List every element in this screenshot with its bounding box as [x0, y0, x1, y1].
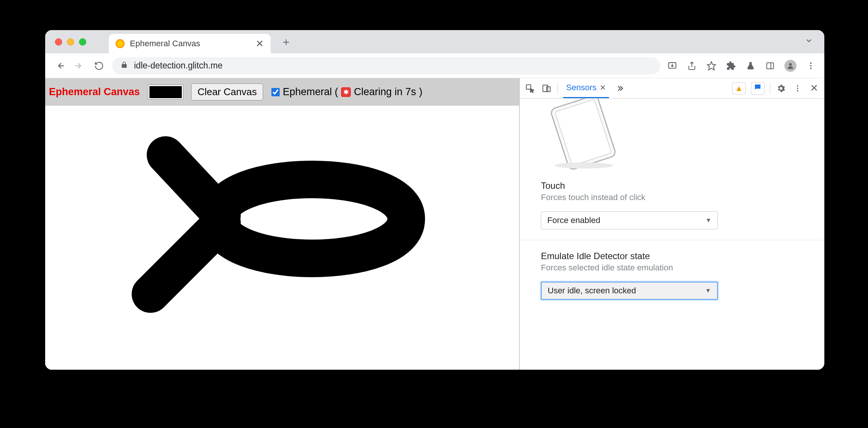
drawing-canvas[interactable]: [45, 106, 519, 370]
close-tab-button[interactable]: ✕: [256, 38, 264, 50]
minimize-window-button[interactable]: [67, 38, 74, 46]
svg-point-11: [810, 68, 812, 69]
page-title: Ephemeral Canvas: [49, 86, 140, 98]
svg-point-16: [797, 85, 798, 87]
page-toolbar: Ephemeral Canvas Clear Canvas Ephemeral …: [45, 78, 519, 106]
devtools-tab-sensors[interactable]: Sensors ✕: [563, 78, 609, 98]
address-bar[interactable]: idle-detection.glitch.me: [112, 57, 660, 74]
touch-select[interactable]: Force enabled ▼: [541, 211, 718, 229]
bookmark-star-icon[interactable]: [706, 61, 717, 71]
svg-marker-5: [707, 62, 716, 70]
window-controls: [55, 38, 86, 46]
idle-section: Emulate Idle Detector state Forces selec…: [520, 240, 824, 300]
idle-select[interactable]: User idle, screen locked ▼: [541, 282, 718, 300]
alarm-icon: [341, 87, 351, 97]
close-tab-icon[interactable]: ✕: [600, 83, 606, 92]
svg-point-12: [267, 212, 358, 226]
idle-select-value: User idle, screen locked: [548, 286, 636, 296]
idle-title: Emulate Idle Detector state: [541, 251, 803, 261]
install-app-icon[interactable]: [667, 61, 678, 71]
tab-title: Ephemeral Canvas: [130, 39, 200, 49]
devtools-tab-sensors-label: Sensors: [566, 83, 597, 93]
svg-rect-15: [547, 87, 550, 91]
close-devtools-icon[interactable]: ✕: [809, 83, 820, 94]
messages-badge[interactable]: [751, 82, 764, 95]
ephemeral-label-prefix: Ephemeral (: [283, 86, 338, 98]
browser-tab[interactable]: Ephemeral Canvas ✕: [109, 34, 271, 53]
svg-point-9: [810, 62, 812, 64]
devtools-panel: Sensors ✕ ▲: [519, 78, 824, 370]
svg-rect-20: [555, 99, 612, 166]
touch-section: Touch Forces touch instead of click Forc…: [520, 170, 824, 229]
lock-icon: [120, 61, 128, 70]
canvas-drawing: [45, 106, 519, 370]
svg-point-10: [810, 65, 812, 67]
settings-gear-icon[interactable]: [775, 83, 787, 94]
svg-point-21: [554, 162, 613, 168]
touch-select-value: Force enabled: [547, 216, 600, 225]
color-picker[interactable]: [148, 85, 183, 99]
devtools-tabbar: Sensors ✕ ▲: [520, 78, 824, 99]
ephemeral-toggle[interactable]: Ephemeral ( Clearing in 7s ): [271, 86, 422, 98]
clear-canvas-button[interactable]: Clear Canvas: [191, 83, 263, 100]
svg-rect-14: [543, 85, 548, 91]
reload-button[interactable]: [93, 59, 105, 72]
chevron-down-icon: ▼: [705, 287, 711, 294]
ephemeral-countdown: Clearing in 7s: [354, 86, 416, 98]
profile-avatar-icon[interactable]: [784, 60, 796, 72]
message-icon: [754, 83, 762, 94]
url-text: idle-detection.glitch.me: [134, 61, 222, 71]
maximize-window-button[interactable]: [79, 38, 86, 46]
svg-point-18: [797, 90, 798, 91]
back-button[interactable]: [53, 59, 66, 72]
favicon-icon: [116, 39, 125, 48]
svg-point-8: [789, 63, 792, 65]
ephemeral-label-suffix: ): [419, 86, 422, 98]
close-window-button[interactable]: [55, 38, 62, 46]
touch-subtitle: Forces touch instead of click: [541, 193, 803, 202]
tab-list-button[interactable]: [805, 36, 813, 47]
browser-window: Ephemeral Canvas ✕ ＋ idle-detection.glit…: [45, 30, 824, 370]
svg-rect-6: [767, 63, 774, 69]
forward-button[interactable]: [73, 59, 86, 72]
new-tab-button[interactable]: ＋: [280, 34, 292, 50]
devtools-body: Touch Forces touch instead of click Forc…: [520, 99, 824, 370]
orientation-preview[interactable]: [520, 99, 824, 170]
chevron-down-icon: ▼: [705, 217, 711, 224]
warning-triangle-icon: ▲: [735, 83, 743, 93]
tab-strip: Ephemeral Canvas ✕ ＋: [45, 30, 824, 53]
side-panel-icon[interactable]: [765, 61, 775, 71]
svg-point-17: [797, 88, 798, 89]
browser-toolbar: idle-detection.glitch.me: [45, 53, 824, 78]
issues-badge[interactable]: ▲: [732, 82, 746, 94]
labs-flask-icon[interactable]: [745, 61, 756, 71]
toolbar-right: [667, 60, 816, 72]
page-pane: Ephemeral Canvas Clear Canvas Ephemeral …: [45, 78, 519, 370]
device-toggle-icon[interactable]: [541, 83, 552, 94]
extensions-puzzle-icon[interactable]: [726, 61, 736, 71]
touch-title: Touch: [541, 181, 803, 191]
more-tabs-icon[interactable]: [614, 83, 626, 94]
share-icon[interactable]: [687, 61, 697, 71]
idle-subtitle: Forces selected idle state emulation: [541, 263, 803, 273]
menu-kebab-icon[interactable]: [806, 61, 816, 71]
ephemeral-checkbox[interactable]: [271, 88, 280, 96]
devtools-menu-icon[interactable]: [792, 83, 803, 94]
content-area: Ephemeral Canvas Clear Canvas Ephemeral …: [45, 78, 824, 370]
inspect-element-icon[interactable]: [524, 83, 536, 94]
